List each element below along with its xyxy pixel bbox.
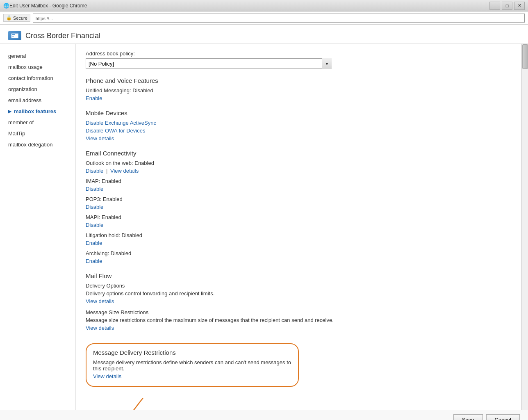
active-arrow-icon: ▶ [8, 109, 11, 114]
close-button[interactable]: ✕ [514, 2, 525, 10]
main-layout: general mailbox usage contact informatio… [0, 44, 528, 410]
delivery-options-link[interactable]: View details [86, 298, 114, 304]
delivery-options-title: Delivery Options [86, 283, 125, 289]
policy-select[interactable]: [No Policy] [86, 58, 332, 69]
secure-badge: 🔒 Secure [3, 14, 30, 22]
unified-messaging-status: Unified Messaging: Disabled [86, 87, 518, 94]
disable-owa-link[interactable]: Disable OWA for Devices [86, 128, 145, 134]
archiving-status: Archiving: Disabled [86, 250, 518, 256]
mapi-action: Disable [86, 222, 518, 228]
sidebar-label-mailbox-delegation: mailbox delegation [8, 142, 52, 148]
sidebar-label-email-address: email address [8, 97, 41, 103]
scrollbar-track[interactable] [521, 44, 528, 410]
message-delivery-link[interactable]: View details [93, 373, 121, 379]
browser-controls[interactable]: ─ □ ✕ [489, 2, 525, 10]
sidebar-item-mailbox-delegation[interactable]: mailbox delegation [0, 139, 75, 150]
message-size-view-details: View details [86, 325, 518, 331]
browser-icon: 🌐 [3, 3, 9, 9]
url-bar[interactable]: https://... [33, 14, 525, 23]
sidebar-label-member-of: member of [8, 119, 34, 126]
outlook-web-view-details-link[interactable]: View details [110, 168, 139, 174]
address-book-policy-group: Address book policy: [No Policy] ▼ [86, 50, 518, 69]
sidebar: general mailbox usage contact informatio… [0, 44, 76, 410]
delivery-options-description: Delivery options control forwarding and … [86, 290, 214, 297]
separator-1: | [106, 168, 107, 174]
browser-titlebar: 🌐 Edit User Mailbox - Google Chrome ─ □ … [0, 0, 528, 11]
message-size-desc: Message size restrictions control the ma… [86, 317, 518, 323]
delivery-options-header: Delivery Options [86, 283, 518, 289]
mobile-devices-section: Mobile Devices Disable Exchange ActiveSy… [86, 110, 518, 142]
mail-flow-section: Mail Flow Delivery Options Delivery opti… [86, 272, 518, 331]
message-size-link[interactable]: View details [86, 325, 114, 331]
email-connectivity-section: Email Connectivity Outlook on the web: E… [86, 150, 518, 264]
sidebar-item-member-of[interactable]: member of [0, 117, 75, 128]
message-delivery-highlight-box: Message Delivery Restrictions Message de… [86, 343, 299, 387]
browser-title: Edit User Mailbox - Google Chrome [9, 3, 87, 9]
save-button[interactable]: Save [453, 414, 483, 420]
litigation-hold-label: Litigation hold: Disabled [86, 232, 142, 238]
message-size-description: Message size restrictions control the ma… [86, 317, 334, 323]
scrollbar-thumb[interactable] [522, 44, 528, 69]
content-area: Address book policy: [No Policy] ▼ Phone… [76, 44, 528, 410]
mail-flow-header: Mail Flow [86, 272, 518, 279]
enable-archiving-link[interactable]: Enable [86, 258, 102, 264]
imap-status: IMAP: Enabled [86, 178, 518, 184]
enable-unified-messaging-link[interactable]: Enable [86, 95, 102, 101]
outlook-web-status: Outlook on the web: Enabled [86, 160, 518, 166]
unified-messaging-action: Enable [86, 95, 518, 101]
sidebar-label-mailtip: MailTip [8, 130, 25, 137]
sidebar-label-mailbox-features: mailbox features [14, 108, 56, 114]
sidebar-item-mailbox-usage[interactable]: mailbox usage [0, 62, 75, 73]
imap-label: IMAP: Enabled [86, 178, 121, 184]
maximize-button[interactable]: □ [502, 2, 512, 10]
outlook-web-actions: Disable | View details [86, 168, 518, 174]
page-footer: Save Cancel [0, 410, 528, 420]
mapi-label: MAPI: Enabled [86, 214, 121, 220]
pop3-label: POP3: Enabled [86, 196, 123, 202]
disable-owa-item: Disable OWA for Devices [86, 128, 518, 134]
mobile-view-details-item: View details [86, 135, 518, 142]
disable-activesync-link[interactable]: Disable Exchange ActiveSync [86, 120, 156, 126]
pop3-action: Disable [86, 204, 518, 210]
page-title: Cross Border Financial [25, 32, 100, 40]
secure-label: Secure [13, 16, 27, 21]
phone-voice-section: Phone and Voice Features Unified Messagi… [86, 77, 518, 101]
message-delivery-wrapper: Message Delivery Restrictions Message de… [86, 339, 518, 403]
sidebar-label-general: general [8, 53, 26, 59]
main-content: Address book policy: [No Policy] ▼ Phone… [76, 44, 528, 410]
sidebar-item-general[interactable]: general [0, 50, 75, 62]
cancel-button[interactable]: Cancel [486, 414, 520, 420]
message-size-title: Message Size Restrictions [86, 309, 148, 315]
disable-outlook-web-link[interactable]: Disable [86, 168, 103, 174]
sidebar-item-email-address[interactable]: email address [0, 95, 75, 106]
svg-rect-0 [11, 33, 18, 38]
lock-icon: 🔒 [6, 15, 12, 21]
unified-messaging-label: Unified Messaging: Disabled [86, 87, 153, 94]
sidebar-label-contact-info: contact information [8, 75, 53, 81]
disable-pop3-link[interactable]: Disable [86, 204, 103, 210]
disable-imap-link[interactable]: Disable [86, 186, 103, 192]
message-size-header-item: Message Size Restrictions [86, 309, 518, 315]
message-delivery-description: Message delivery restrictions define whi… [93, 359, 291, 372]
mobile-view-details-link[interactable]: View details [86, 135, 114, 142]
enable-litigation-hold-link[interactable]: Enable [86, 240, 102, 246]
message-delivery-header: Message Delivery Restrictions [93, 349, 291, 356]
litigation-hold-action: Enable [86, 240, 518, 246]
sidebar-item-mailbox-features[interactable]: ▶ mailbox features [0, 106, 75, 117]
minimize-button[interactable]: ─ [489, 2, 500, 10]
sidebar-item-contact-information[interactable]: contact information [0, 73, 75, 84]
sidebar-item-organization[interactable]: organization [0, 84, 75, 95]
svg-rect-1 [12, 34, 15, 35]
email-connectivity-header: Email Connectivity [86, 150, 518, 157]
pop3-status: POP3: Enabled [86, 196, 518, 202]
sidebar-label-mailbox-usage: mailbox usage [8, 64, 43, 70]
sidebar-item-mailtip[interactable]: MailTip [0, 128, 75, 139]
disable-mapi-link[interactable]: Disable [86, 222, 103, 228]
sidebar-label-organization: organization [8, 86, 37, 92]
page-container: Cross Border Financial general mailbox u… [0, 25, 528, 420]
mapi-status: MAPI: Enabled [86, 214, 518, 220]
policy-select-wrapper: [No Policy] ▼ [86, 58, 332, 69]
phone-voice-header: Phone and Voice Features [86, 77, 518, 84]
mobile-devices-header: Mobile Devices [86, 110, 518, 116]
address-book-policy-label: Address book policy: [86, 50, 518, 57]
